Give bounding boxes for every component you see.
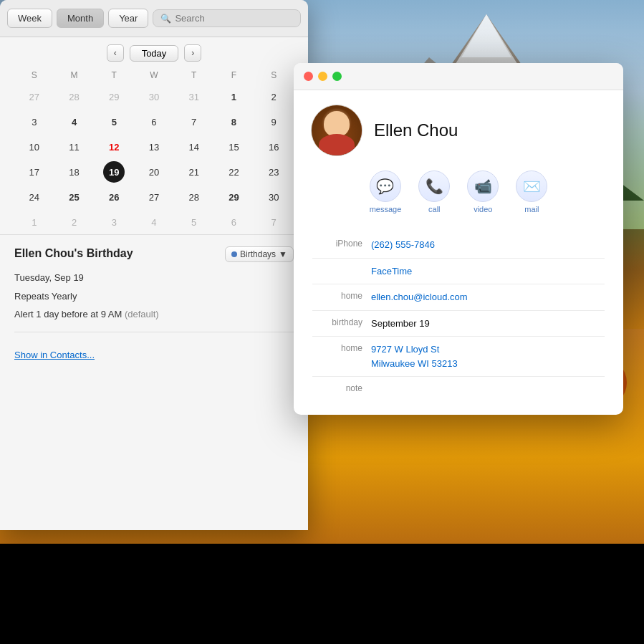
- calendar-grid: S M T W T F S 27 28 29 30 31 1 2: [0, 69, 308, 234]
- week-view-button[interactable]: Week: [7, 9, 52, 28]
- table-row[interactable]: 4: [143, 211, 165, 233]
- detail-row-address: home 9727 W Lloyd StMilwaukee WI 53213: [312, 337, 605, 377]
- table-row[interactable]: 11: [64, 136, 85, 158]
- day-header-sun: S: [14, 69, 54, 82]
- table-row[interactable]: 25: [64, 186, 85, 208]
- table-row[interactable]: 27: [143, 186, 165, 208]
- traffic-lights: [304, 72, 342, 81]
- day-header-fri: F: [214, 69, 254, 82]
- table-row[interactable]: 28: [64, 86, 85, 107]
- fullscreen-button[interactable]: [332, 72, 342, 81]
- event-section: Ellen Chou's Birthday Birthdays ▼ Tuesda…: [0, 234, 308, 530]
- contact-body: Ellen Chou 💬 message 📞 call 📹 video ✉️ m…: [294, 90, 623, 415]
- mail-action-button[interactable]: ✉️ mail: [516, 170, 547, 213]
- detail-label-address: home: [312, 342, 362, 353]
- table-row[interactable]: 4: [64, 111, 85, 133]
- event-alert: Alert 1 day before at 9 AM (default): [14, 307, 294, 322]
- table-row[interactable]: 6: [223, 211, 244, 233]
- table-row[interactable]: 7: [263, 211, 284, 233]
- table-row[interactable]: 30: [263, 186, 284, 208]
- table-row[interactable]: 7: [183, 111, 205, 133]
- detail-value-iphone[interactable]: (262) 555-7846: [371, 238, 435, 252]
- close-button[interactable]: [304, 72, 313, 81]
- table-row[interactable]: 29: [223, 186, 244, 208]
- calendar-color-dot: [231, 251, 237, 257]
- table-row[interactable]: 2: [64, 211, 85, 233]
- today-button[interactable]: Today: [130, 45, 179, 62]
- table-row[interactable]: 8: [223, 111, 244, 133]
- table-row[interactable]: 26: [103, 186, 125, 208]
- table-row[interactable]: 18: [64, 161, 85, 183]
- calendar-category-badge[interactable]: Birthdays ▼: [225, 246, 294, 262]
- mail-icon: ✉️: [516, 170, 547, 202]
- table-row[interactable]: 17: [24, 161, 45, 183]
- table-row[interactable]: 21: [183, 161, 205, 183]
- detail-value-email[interactable]: ellen.chou@icloud.com: [371, 290, 468, 304]
- prev-month-button[interactable]: ‹: [107, 44, 124, 62]
- table-row[interactable]: 15: [223, 136, 244, 158]
- video-action-button[interactable]: 📹 video: [467, 170, 499, 213]
- action-buttons: 💬 message 📞 call 📹 video ✉️ mail: [311, 170, 606, 213]
- day-header-thu: T: [174, 69, 214, 82]
- detail-row-note: note: [312, 377, 605, 399]
- minimize-button[interactable]: [318, 72, 327, 81]
- avatar-face: [324, 111, 350, 137]
- table-row[interactable]: 2: [263, 86, 284, 107]
- table-row[interactable]: 29: [103, 86, 125, 107]
- search-input[interactable]: [175, 13, 293, 24]
- table-row[interactable]: 5: [103, 111, 125, 133]
- detail-row-facetime: FaceTime: [312, 259, 605, 285]
- table-row[interactable]: 23: [263, 161, 284, 183]
- table-row[interactable]: 13: [143, 136, 165, 158]
- calendar-toolbar: Week Month Year 🔍: [0, 0, 308, 37]
- calendar-main: ‹ Today › S M T W T F S 27 28 29 30: [0, 37, 308, 530]
- call-action-button[interactable]: 📞 call: [418, 170, 450, 213]
- table-row[interactable]: 27: [24, 86, 45, 107]
- search-box[interactable]: 🔍: [153, 9, 301, 27]
- avatar-body: [319, 134, 355, 155]
- video-action-label: video: [474, 205, 492, 213]
- detail-value-birthday: September 19: [371, 317, 430, 331]
- avatar: [311, 105, 362, 156]
- detail-label-email: home: [312, 290, 362, 301]
- days-header: S M T W T F S: [14, 69, 294, 82]
- table-row[interactable]: 1: [24, 211, 45, 233]
- table-row[interactable]: 9: [263, 111, 284, 133]
- contact-header-row: Ellen Chou: [311, 105, 606, 156]
- month-view-button[interactable]: Month: [57, 9, 104, 28]
- today-cell[interactable]: 19: [103, 161, 125, 183]
- calendar-badge-label: Birthdays: [240, 249, 276, 259]
- table-row[interactable]: 20: [143, 161, 165, 183]
- show-in-contacts-link[interactable]: Show in Contacts...: [14, 350, 95, 360]
- table-row[interactable]: 6: [143, 111, 165, 133]
- table-row[interactable]: 28: [183, 186, 205, 208]
- calendar-window: Week Month Year 🔍 ‹ Today › S M T W T F …: [0, 0, 308, 530]
- table-row[interactable]: 3: [24, 111, 45, 133]
- event-header: Ellen Chou's Birthday Birthdays ▼: [14, 246, 294, 262]
- table-row[interactable]: 3: [103, 211, 125, 233]
- table-row[interactable]: 5: [183, 211, 205, 233]
- dropdown-arrow-icon: ▼: [279, 249, 287, 259]
- table-row[interactable]: 16: [263, 136, 284, 158]
- video-icon: 📹: [467, 170, 499, 202]
- table-row[interactable]: 31: [183, 86, 205, 107]
- event-title: Ellen Chou's Birthday: [14, 246, 133, 261]
- table-row[interactable]: 1: [223, 86, 244, 107]
- table-row[interactable]: 22: [223, 161, 244, 183]
- detail-value-facetime[interactable]: FaceTime: [371, 264, 412, 279]
- event-date: Tuesday, Sep 19: [14, 271, 294, 285]
- year-view-button[interactable]: Year: [108, 9, 148, 28]
- calendar-week-6: 1 2 3 4 5 6 7: [14, 210, 294, 234]
- contact-name: Ellen Chou: [374, 120, 458, 140]
- table-row[interactable]: 10: [24, 136, 45, 158]
- next-month-button[interactable]: ›: [184, 44, 201, 62]
- detail-value-address[interactable]: 9727 W Lloyd StMilwaukee WI 53213: [371, 342, 458, 370]
- message-action-button[interactable]: 💬 message: [370, 170, 402, 213]
- day-header-tue: T: [94, 69, 134, 82]
- table-row[interactable]: 14: [183, 136, 205, 158]
- table-row[interactable]: 12: [103, 136, 125, 158]
- table-row[interactable]: 24: [24, 186, 45, 208]
- contact-card-window: Ellen Chou 💬 message 📞 call 📹 video ✉️ m…: [294, 63, 623, 415]
- table-row[interactable]: 30: [143, 86, 165, 107]
- detail-row-email: home ellen.chou@icloud.com: [312, 284, 605, 311]
